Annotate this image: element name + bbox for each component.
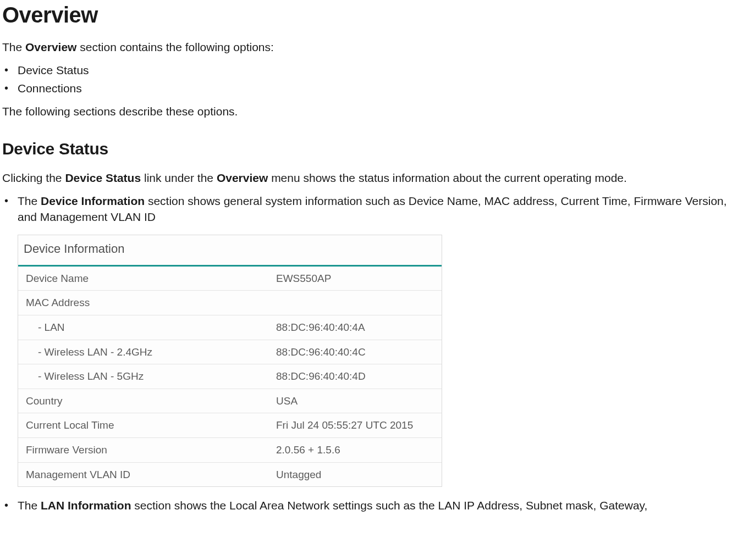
ds-intro-bold2: Overview [217,171,268,184]
device-info-figure: Device Information Device NameEWS550APMA… [18,235,745,487]
row-value: Fri Jul 24 05:55:27 UTC 2015 [268,413,442,437]
intro-suffix: section contains the following options: [76,41,273,53]
list-item: The LAN Information section shows the Lo… [2,498,745,513]
list-item: The Device Information section shows gen… [2,193,745,487]
table-row: - Wireless LAN - 2.4GHz88:DC:96:40:40:4C [18,340,442,365]
section-title-device-status: Device Status [2,138,745,160]
device-info-title: Device Information [18,235,442,267]
list-item-body: The LAN Information section shows the Lo… [18,498,745,513]
device-status-intro: Clicking the Device Status link under th… [2,170,745,186]
row-value: EWS550AP [268,267,442,291]
row-value: 88:DC:96:40:40:4A [268,315,442,340]
row-label: - Wireless LAN - 2.4GHz [18,340,268,364]
device-status-bullets: The Device Information section shows gen… [2,193,745,513]
row-label: Management VLAN ID [18,463,268,487]
bullet-laninfo-bold: LAN Information [41,499,131,512]
bullet-devinfo-bold: Device Information [41,195,145,207]
table-row: Device NameEWS550AP [18,267,442,291]
row-value: 88:DC:96:40:40:4C [268,340,442,364]
ds-intro-suffix: menu shows the status information about … [268,171,627,184]
list-item: Device Status [2,63,745,78]
bullet-devinfo-prefix: The [18,195,41,207]
list-item-label: Connections [18,81,745,96]
table-row: Management VLAN IDUntagged [18,463,442,487]
list-item-label: Device Status [18,63,745,78]
ds-intro-mid: link under the [141,171,217,184]
bullet-laninfo-suffix: section shows the Local Area Network set… [131,499,648,512]
options-list: Device Status Connections [2,63,745,96]
row-value: USA [268,389,442,413]
table-row: MAC Address [18,291,442,315]
row-label: MAC Address [18,291,268,315]
list-item: Connections [2,81,745,96]
intro-paragraph: The Overview section contains the follow… [2,40,745,55]
row-label: Current Local Time [18,413,268,437]
intro-bold: Overview [25,41,76,53]
ds-intro-prefix: Clicking the [2,171,65,184]
ds-intro-bold1: Device Status [65,171,141,184]
list-item-body: The Device Information section shows gen… [18,193,745,225]
row-label: Device Name [18,267,268,291]
row-value: 88:DC:96:40:40:4D [268,364,442,389]
device-info-panel: Device Information Device NameEWS550APMA… [18,235,442,487]
intro-prefix: The [2,41,25,53]
row-value: 2.0.56 + 1.5.6 [268,438,442,462]
row-label: - LAN [18,315,268,340]
page-title: Overview [2,0,745,30]
table-row: Firmware Version2.0.56 + 1.5.6 [18,438,442,463]
row-value: Untagged [268,463,442,487]
table-row: Current Local TimeFri Jul 24 05:55:27 UT… [18,413,442,438]
table-row: - LAN88:DC:96:40:40:4A [18,315,442,340]
table-row: - Wireless LAN - 5GHz88:DC:96:40:40:4D [18,364,442,389]
device-info-rows: Device NameEWS550APMAC Address- LAN88:DC… [18,267,442,487]
bullet-laninfo-prefix: The [18,499,41,512]
row-value [268,291,442,315]
row-label: - Wireless LAN - 5GHz [18,364,268,389]
table-row: CountryUSA [18,389,442,414]
follow-paragraph: The following sections describe these op… [2,104,745,119]
row-label: Country [18,389,268,413]
row-label: Firmware Version [18,438,268,462]
document-page: Overview The Overview section contains t… [0,0,749,526]
